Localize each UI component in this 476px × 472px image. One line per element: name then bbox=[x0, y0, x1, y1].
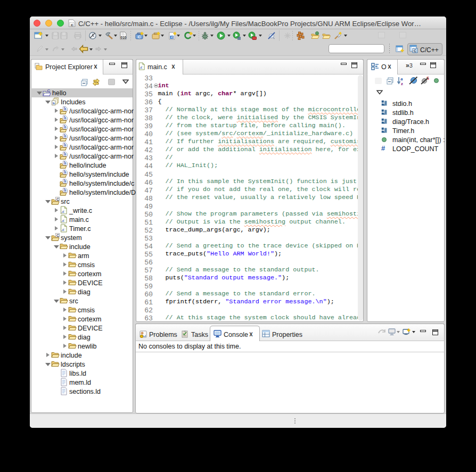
svg-text:010: 010 bbox=[120, 36, 126, 39]
svg-text:C: C bbox=[414, 49, 416, 53]
svg-text:z: z bbox=[401, 81, 403, 86]
svg-text:C: C bbox=[138, 35, 141, 39]
svg-text:c: c bbox=[171, 35, 173, 39]
svg-text:c: c bbox=[71, 22, 73, 27]
